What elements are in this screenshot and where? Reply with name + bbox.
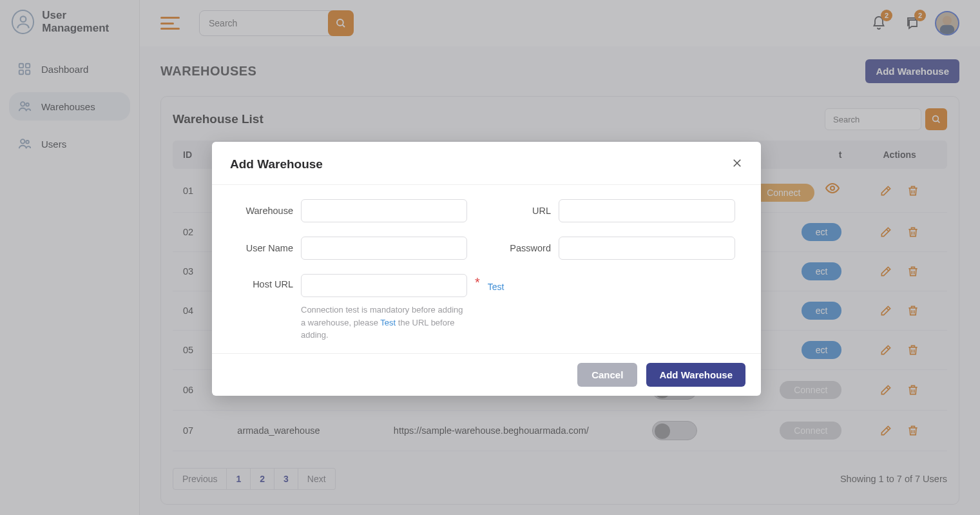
required-asterisk-icon: * [475,274,480,290]
input-url[interactable] [559,199,735,222]
host-hint: Connection test is mandatory before addi… [301,304,467,342]
close-icon [731,157,743,169]
hint-test-link[interactable]: Test [380,318,396,327]
label-url: URL [506,206,551,216]
input-password[interactable] [559,237,735,260]
modal-close-button[interactable] [731,156,743,173]
submit-add-warehouse-button[interactable]: Add Warehouse [646,363,745,387]
label-hosturl: Host URL [238,274,293,289]
test-connection-link[interactable]: Test [488,274,504,292]
label-password: Password [506,243,551,253]
input-username[interactable] [301,237,467,260]
input-hosturl[interactable] [301,274,467,297]
modal-title: Add Warehouse [230,157,323,171]
label-warehouse: Warehouse [238,206,293,216]
input-warehouse[interactable] [301,199,467,222]
label-username: User Name [238,243,293,253]
cancel-button[interactable]: Cancel [577,363,637,387]
add-warehouse-modal: Add Warehouse Warehouse URL User Name Pa… [212,142,761,396]
